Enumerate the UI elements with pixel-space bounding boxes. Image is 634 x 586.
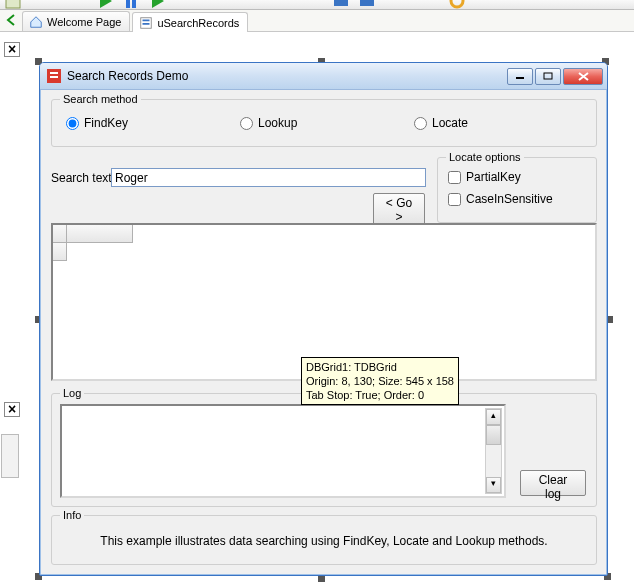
check-label: CaseInSensitive	[466, 192, 553, 206]
tab-usearchrecords[interactable]: uSearchRecords	[132, 12, 248, 32]
svg-rect-0	[6, 0, 20, 8]
radio-label: Lookup	[258, 116, 297, 130]
group-search-method: Search method FindKey Lookup Locate	[51, 99, 597, 147]
radio-lookup-input[interactable]	[240, 117, 253, 130]
dbgrid-indicator-cell	[53, 243, 67, 261]
tooltip-line: Origin: 8, 130; Size: 545 x 158	[306, 374, 454, 388]
editor-tabs: Welcome Page uSearchRecords	[0, 10, 634, 32]
dock-panel-stub[interactable]	[1, 434, 19, 478]
dbgrid-selection-dots	[46, 219, 601, 223]
svg-marker-1	[100, 0, 112, 8]
resize-handle-s[interactable]	[318, 575, 325, 582]
group-log: Log ▴ ▾ Clear log	[51, 393, 597, 507]
scroll-up-icon[interactable]: ▴	[486, 409, 501, 425]
close-icon[interactable]: ×	[4, 402, 20, 417]
group-info: Info This example illustrates data searc…	[51, 515, 597, 565]
svg-rect-6	[360, 0, 374, 6]
svg-point-7	[451, 0, 463, 7]
home-icon	[29, 15, 43, 29]
clear-log-button[interactable]: Clear log	[520, 470, 586, 496]
group-locate-options: Locate options PartialKey CaseInSensitiv…	[437, 157, 597, 223]
search-input[interactable]	[111, 168, 426, 187]
check-partialkey[interactable]: PartialKey	[448, 170, 521, 184]
svg-rect-3	[132, 0, 136, 8]
titlebar[interactable]: Search Records Demo	[40, 63, 607, 90]
pause-icon[interactable]	[126, 0, 136, 8]
tooltip-line: DBGrid1: TDBGrid	[306, 360, 454, 374]
check-caseinsensitive[interactable]: CaseInSensitive	[448, 192, 553, 206]
svg-rect-9	[143, 19, 150, 21]
group-legend: Log	[60, 387, 84, 399]
dbgrid-indicator-header	[53, 225, 67, 243]
svg-rect-10	[143, 23, 150, 25]
run-icon[interactable]	[152, 0, 164, 8]
tab-welcome[interactable]: Welcome Page	[22, 11, 130, 31]
tooltip-line: Tab Stop: True; Order: 0	[306, 388, 454, 402]
close-button[interactable]	[563, 68, 603, 85]
stepinto-icon[interactable]	[360, 0, 374, 6]
check-label: PartialKey	[466, 170, 521, 184]
stepover-icon[interactable]	[334, 0, 348, 6]
form-designer-canvas: × × Search Records Demo Search method	[0, 32, 634, 586]
svg-rect-5	[334, 0, 348, 6]
radio-locate[interactable]: Locate	[414, 116, 468, 130]
close-icon[interactable]: ×	[4, 42, 20, 57]
app-icon	[46, 68, 62, 84]
play-icon[interactable]	[100, 0, 112, 8]
minimize-button[interactable]	[507, 68, 533, 85]
scroll-down-icon[interactable]: ▾	[486, 477, 501, 493]
refresh-icon[interactable]	[451, 0, 463, 7]
check-partialkey-input[interactable]	[448, 171, 461, 184]
scroll-thumb[interactable]	[486, 425, 501, 445]
dbgrid-selection-dots	[597, 219, 601, 385]
log-memo[interactable]: ▴ ▾	[60, 404, 506, 498]
scrollbar[interactable]: ▴ ▾	[485, 408, 502, 494]
form-client-area: Search method FindKey Lookup Locate Loca…	[45, 93, 602, 570]
form-title: Search Records Demo	[67, 69, 505, 83]
designed-form[interactable]: Search Records Demo Search method FindKe…	[39, 62, 608, 576]
svg-rect-13	[544, 73, 552, 79]
radio-findkey-input[interactable]	[66, 117, 79, 130]
dbgrid-header	[53, 225, 595, 243]
back-icon[interactable]	[4, 12, 20, 28]
label-search-text: Search text:	[51, 171, 115, 185]
unit-icon	[139, 16, 153, 30]
group-legend: Locate options	[446, 151, 524, 163]
tab-label: Welcome Page	[47, 16, 121, 28]
radio-label: FindKey	[84, 116, 128, 130]
group-legend: Search method	[60, 93, 141, 105]
radio-findkey[interactable]: FindKey	[66, 116, 128, 130]
radio-label: Locate	[432, 116, 468, 130]
dbgrid-selection-dots	[46, 219, 50, 385]
ide-toolbar-fragment	[0, 0, 634, 10]
table-row[interactable]	[53, 243, 595, 261]
info-text: This example illustrates data searching …	[52, 534, 596, 548]
svg-marker-4	[152, 0, 164, 8]
svg-rect-2	[126, 0, 130, 8]
designer-tooltip: DBGrid1: TDBGrid Origin: 8, 130; Size: 5…	[301, 357, 459, 405]
dbgrid-col-header[interactable]	[67, 225, 133, 243]
radio-lookup[interactable]: Lookup	[240, 116, 297, 130]
maximize-button[interactable]	[535, 68, 561, 85]
radio-locate-input[interactable]	[414, 117, 427, 130]
toolbar-icon[interactable]	[6, 0, 20, 8]
tab-label: uSearchRecords	[157, 17, 239, 29]
group-legend: Info	[60, 509, 84, 521]
check-caseinsensitive-input[interactable]	[448, 193, 461, 206]
